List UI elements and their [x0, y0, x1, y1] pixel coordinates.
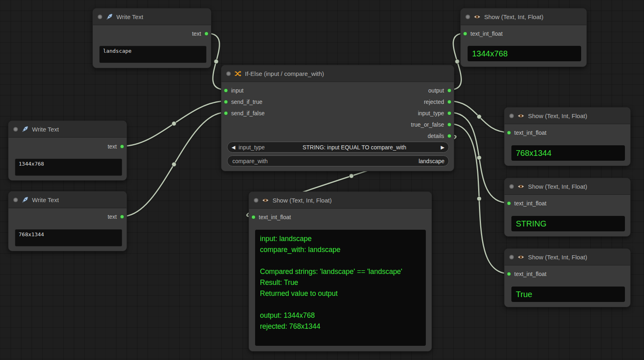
pen-icon: [21, 126, 28, 133]
node-show-output[interactable]: Show (Text, Int, Float) text_int_float 1…: [460, 8, 587, 67]
port-label: rejected: [424, 99, 444, 105]
port-label: text_int_float: [514, 129, 546, 136]
link-midpoint-dot: [214, 59, 219, 64]
input-port-dot[interactable]: [507, 131, 511, 135]
output-port-dot[interactable]: [447, 134, 451, 138]
text-input[interactable]: 1344x768: [15, 159, 122, 176]
link-midpoint-dot: [172, 121, 176, 126]
combo-next-arrow[interactable]: ▶: [441, 144, 444, 150]
node-header[interactable]: Write Text: [9, 192, 127, 208]
output-port-details: details: [428, 132, 451, 140]
link-midpoint-dot: [477, 114, 481, 119]
node-header[interactable]: Show (Text, Int, Float): [504, 249, 630, 265]
port-label: output: [428, 87, 444, 94]
node-header[interactable]: Show (Text, Int, Float): [249, 192, 431, 209]
combo-prev-arrow[interactable]: ◀: [232, 144, 235, 150]
input-port-text-int-float: text_int_float: [463, 30, 502, 38]
collapse-dot[interactable]: [226, 71, 231, 76]
input-port-text-int-float: text_int_float: [251, 213, 291, 221]
node-title: Show (Text, Int, Float): [273, 197, 332, 204]
collapse-dot[interactable]: [98, 15, 102, 19]
collapse-dot[interactable]: [254, 198, 258, 203]
node-header[interactable]: Show (Text, Int, Float): [504, 178, 630, 195]
link-midpoint-dot: [477, 155, 481, 160]
text-input[interactable]: landscape: [99, 46, 206, 63]
node-header[interactable]: Write Text: [93, 9, 211, 25]
port-label: send_if_true: [231, 99, 262, 105]
node-title: If-Else (input / compare_with): [245, 70, 324, 77]
collapse-dot[interactable]: [509, 255, 514, 259]
node-title: Show (Text, Int, Float): [528, 183, 587, 190]
show-value: 1344x768: [468, 46, 581, 61]
show-value: True: [511, 287, 625, 302]
eye-icon: [517, 183, 524, 190]
input-port-send-if-true: send_if_true: [224, 98, 262, 106]
input-port-dot[interactable]: [507, 201, 511, 205]
pen-icon: [106, 13, 113, 20]
output-port-input-type: input_type: [418, 109, 451, 117]
node-graph-canvas[interactable]: Write Text text landscape Write Text tex…: [0, 0, 644, 360]
input-port-dot[interactable]: [463, 32, 467, 36]
eye-icon: [517, 254, 524, 261]
port-label: true_or_false: [411, 121, 444, 128]
output-port-dot[interactable]: [447, 111, 451, 115]
port-label: text: [107, 213, 117, 220]
port-label: input: [231, 87, 243, 94]
port-label: input_type: [418, 110, 444, 116]
output-port-dot[interactable]: [447, 123, 451, 127]
output-port-text: text: [192, 30, 208, 38]
input-port-send-if-false: send_if_false: [224, 109, 265, 117]
compare-with-widget[interactable]: compare_with landscape: [227, 155, 449, 166]
collapse-dot[interactable]: [13, 198, 18, 202]
output-port-dot[interactable]: [204, 32, 208, 36]
collapse-dot[interactable]: [509, 114, 514, 118]
eye-icon: [474, 13, 481, 20]
output-port-text: text: [107, 213, 124, 221]
node-title: Write Text: [32, 126, 59, 133]
output-port-dot[interactable]: [120, 144, 124, 149]
node-write-text-3[interactable]: Write Text text 768x1344: [8, 191, 127, 251]
port-label: text: [107, 143, 117, 150]
widget-label: compare_with: [232, 158, 268, 164]
input-port-text-int-float: text_int_float: [507, 199, 546, 207]
output-port-rejected: rejected: [424, 98, 451, 106]
port-label: text_int_float: [470, 30, 502, 37]
port-label: text_int_float: [259, 214, 291, 220]
text-input[interactable]: 768x1344: [15, 229, 122, 246]
collapse-dot[interactable]: [509, 184, 514, 189]
node-header[interactable]: Show (Text, Int, Float): [461, 9, 586, 25]
input-port-dot[interactable]: [224, 100, 228, 104]
node-title: Show (Text, Int, Float): [484, 13, 543, 20]
input-port-dot[interactable]: [507, 272, 511, 276]
input-port-text-int-float: text_int_float: [507, 270, 546, 278]
node-header[interactable]: Write Text: [9, 121, 127, 138]
node-show-details[interactable]: Show (Text, Int, Float) text_int_float i…: [249, 192, 432, 351]
input-port-dot[interactable]: [224, 88, 228, 93]
node-header[interactable]: If-Else (input / compare_with): [221, 65, 454, 82]
output-port-dot[interactable]: [447, 100, 451, 104]
output-port-dot[interactable]: [447, 88, 451, 93]
port-label: text_int_float: [514, 271, 546, 277]
input-port-dot[interactable]: [251, 215, 255, 219]
node-write-text-2[interactable]: Write Text text 1344x768: [8, 121, 127, 181]
node-show-input-type[interactable]: Show (Text, Int, Float) text_int_float S…: [504, 178, 631, 237]
show-details-text: input: landscape compare_with: landscape…: [255, 230, 426, 346]
output-port-output: output: [428, 86, 451, 95]
port-label: send_if_false: [231, 110, 265, 116]
eye-icon: [517, 112, 524, 119]
eye-icon: [262, 197, 269, 204]
port-label: details: [428, 133, 444, 139]
node-show-rejected[interactable]: Show (Text, Int, Float) text_int_float 7…: [504, 107, 631, 166]
output-port-true-or-false: true_or_false: [411, 121, 451, 129]
node-show-true-or-false[interactable]: Show (Text, Int, Float) text_int_float T…: [504, 248, 631, 307]
collapse-dot[interactable]: [466, 15, 470, 19]
node-header[interactable]: Show (Text, Int, Float): [504, 108, 630, 124]
collapse-dot[interactable]: [13, 127, 18, 131]
output-port-dot[interactable]: [120, 215, 124, 219]
link-midpoint-dot: [455, 59, 459, 64]
input-port-text-int-float: text_int_float: [507, 129, 546, 137]
input-type-combo-widget[interactable]: ◀ input_type STRING: input EQUAL TO comp…: [227, 142, 449, 153]
input-port-dot[interactable]: [224, 111, 228, 115]
node-write-text-1[interactable]: Write Text text landscape: [92, 8, 211, 68]
node-if-else[interactable]: If-Else (input / compare_with) input sen…: [221, 65, 454, 171]
